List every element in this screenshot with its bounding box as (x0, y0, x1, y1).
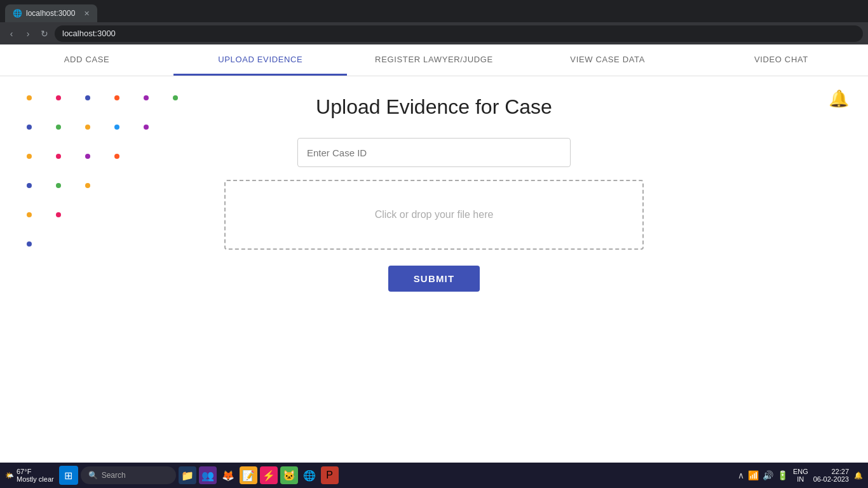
taskbar-icon-github[interactable]: 🐱 (280, 466, 298, 484)
forward-button[interactable]: › (22, 27, 34, 40)
nav-video-chat[interactable]: VIDEO CHAT (695, 44, 868, 76)
time: 22:27 (813, 468, 849, 475)
taskbar-search[interactable]: 🔍 Search (81, 466, 176, 484)
tray-arrow[interactable]: ∧ (738, 470, 744, 480)
address-bar[interactable]: localhost:3000 (55, 25, 863, 42)
search-label: Search (102, 471, 126, 480)
file-drop-zone[interactable]: Click or drop your file here (224, 180, 644, 250)
tab-close-icon[interactable]: ✕ (84, 10, 90, 18)
browser-toolbar: ‹ › ↻ localhost:3000 (0, 22, 868, 44)
taskbar: 🌤️ 67°F Mostly clear ⊞ 🔍 Search 📁 👥 🦊 📝 … (0, 463, 868, 488)
taskbar-icon-browser1[interactable]: 🦊 (219, 466, 237, 484)
weather-description: Mostly clear (17, 475, 54, 483)
submit-button[interactable]: SUBMIT (388, 266, 480, 292)
browser-tabs: 🌐 localhost:3000 ✕ (0, 0, 868, 22)
page-title: Upload Evidence for Case (316, 95, 552, 119)
weather-widget: 🌤️ 67°F Mostly clear (5, 468, 54, 483)
nav-add-case[interactable]: ADD CASE (0, 44, 173, 76)
weather-info: 67°F Mostly clear (17, 468, 54, 483)
date: 06-02-2023 (813, 475, 849, 483)
network-icon: 📶 (748, 470, 759, 480)
language-region: ENG IN (793, 468, 808, 483)
nav-upload-evidence[interactable]: UPLOAD EVIDENCE (173, 44, 347, 76)
weather-icon: 🌤️ (5, 471, 14, 480)
back-button[interactable]: ‹ (5, 27, 18, 40)
taskbar-right: ∧ 📶 🔊 🔋 ENG IN 22:27 06-02-2023 🔔 (738, 468, 863, 483)
browser-chrome: 🌐 localhost:3000 ✕ ‹ › ↻ localhost:3000 (0, 0, 868, 44)
page-content: Upload Evidence for Case Click or drop y… (0, 76, 868, 292)
notifications-icon[interactable]: 🔔 (854, 471, 863, 480)
taskbar-icon-teams[interactable]: 👥 (199, 466, 217, 484)
taskbar-icon-powerpoint[interactable]: P (321, 466, 339, 484)
url-text: localhost:3000 (62, 29, 116, 38)
search-icon: 🔍 (88, 471, 98, 480)
temperature: 67°F (17, 468, 54, 475)
taskbar-icon-edge[interactable]: 🌐 (301, 466, 318, 484)
case-id-input[interactable] (297, 138, 571, 167)
browser-tab[interactable]: 🌐 localhost:3000 ✕ (5, 4, 97, 22)
drop-zone-text: Click or drop your file here (375, 209, 494, 220)
tab-title: localhost:3000 (26, 9, 75, 18)
taskbar-icons: 📁 👥 🦊 📝 ⚡ 🐱 🌐 P (179, 466, 735, 484)
battery-icon: 🔋 (777, 470, 788, 480)
nav-view-case-data[interactable]: VIEW CASE DATA (521, 44, 695, 76)
system-tray: ∧ 📶 🔊 🔋 (738, 470, 788, 480)
taskbar-icon-files[interactable]: 📁 (179, 466, 196, 484)
start-button[interactable]: ⊞ (59, 466, 78, 485)
reload-button[interactable]: ↻ (38, 27, 51, 40)
taskbar-icon-notes[interactable]: 📝 (240, 466, 257, 484)
app-nav: ADD CASE UPLOAD EVIDENCE REGISTER LAWYER… (0, 44, 868, 76)
main-content: 🔔 Upload Evidence for Case Click or drop… (0, 76, 868, 463)
volume-icon: 🔊 (763, 470, 773, 480)
notification-bell-icon[interactable]: 🔔 (829, 89, 849, 109)
tab-favicon: 🌐 (13, 9, 22, 18)
taskbar-icon-editor[interactable]: ⚡ (260, 466, 278, 484)
clock: 22:27 06-02-2023 (813, 468, 849, 483)
nav-register-lawyer[interactable]: REGISTER LAWYER/JUDGE (347, 44, 520, 76)
